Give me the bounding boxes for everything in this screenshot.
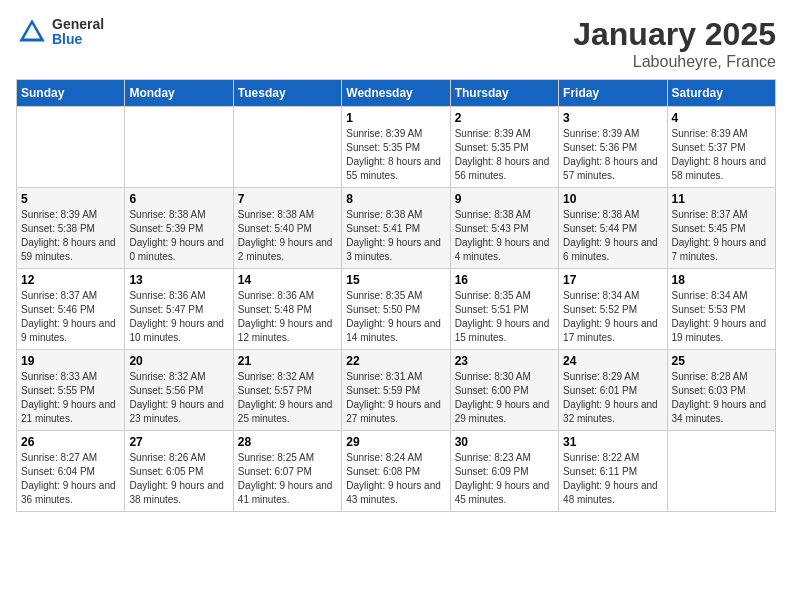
day-number: 12 <box>21 273 120 287</box>
calendar-cell: 29Sunrise: 8:24 AM Sunset: 6:08 PM Dayli… <box>342 431 450 512</box>
calendar-cell: 12Sunrise: 8:37 AM Sunset: 5:46 PM Dayli… <box>17 269 125 350</box>
calendar-cell: 7Sunrise: 8:38 AM Sunset: 5:40 PM Daylig… <box>233 188 341 269</box>
calendar-cell: 23Sunrise: 8:30 AM Sunset: 6:00 PM Dayli… <box>450 350 558 431</box>
logo: General Blue <box>16 16 104 48</box>
day-number: 22 <box>346 354 445 368</box>
weekday-header: Monday <box>125 80 233 107</box>
calendar-cell: 22Sunrise: 8:31 AM Sunset: 5:59 PM Dayli… <box>342 350 450 431</box>
day-number: 26 <box>21 435 120 449</box>
day-number: 28 <box>238 435 337 449</box>
day-info: Sunrise: 8:31 AM Sunset: 5:59 PM Dayligh… <box>346 370 445 426</box>
day-info: Sunrise: 8:34 AM Sunset: 5:53 PM Dayligh… <box>672 289 771 345</box>
calendar-cell: 16Sunrise: 8:35 AM Sunset: 5:51 PM Dayli… <box>450 269 558 350</box>
day-info: Sunrise: 8:35 AM Sunset: 5:51 PM Dayligh… <box>455 289 554 345</box>
calendar-cell: 18Sunrise: 8:34 AM Sunset: 5:53 PM Dayli… <box>667 269 775 350</box>
calendar-week-row: 1Sunrise: 8:39 AM Sunset: 5:35 PM Daylig… <box>17 107 776 188</box>
calendar-cell: 2Sunrise: 8:39 AM Sunset: 5:35 PM Daylig… <box>450 107 558 188</box>
calendar-cell: 26Sunrise: 8:27 AM Sunset: 6:04 PM Dayli… <box>17 431 125 512</box>
day-info: Sunrise: 8:37 AM Sunset: 5:46 PM Dayligh… <box>21 289 120 345</box>
day-info: Sunrise: 8:35 AM Sunset: 5:50 PM Dayligh… <box>346 289 445 345</box>
calendar-cell: 8Sunrise: 8:38 AM Sunset: 5:41 PM Daylig… <box>342 188 450 269</box>
day-info: Sunrise: 8:23 AM Sunset: 6:09 PM Dayligh… <box>455 451 554 507</box>
calendar-cell: 27Sunrise: 8:26 AM Sunset: 6:05 PM Dayli… <box>125 431 233 512</box>
day-info: Sunrise: 8:30 AM Sunset: 6:00 PM Dayligh… <box>455 370 554 426</box>
day-number: 15 <box>346 273 445 287</box>
calendar-cell: 15Sunrise: 8:35 AM Sunset: 5:50 PM Dayli… <box>342 269 450 350</box>
title-block: January 2025 Labouheyre, France <box>573 16 776 71</box>
calendar-cell <box>125 107 233 188</box>
day-info: Sunrise: 8:39 AM Sunset: 5:35 PM Dayligh… <box>455 127 554 183</box>
weekday-row: SundayMondayTuesdayWednesdayThursdayFrid… <box>17 80 776 107</box>
calendar-cell: 24Sunrise: 8:29 AM Sunset: 6:01 PM Dayli… <box>559 350 667 431</box>
calendar-cell: 4Sunrise: 8:39 AM Sunset: 5:37 PM Daylig… <box>667 107 775 188</box>
calendar-cell: 9Sunrise: 8:38 AM Sunset: 5:43 PM Daylig… <box>450 188 558 269</box>
weekday-header: Tuesday <box>233 80 341 107</box>
calendar-week-row: 26Sunrise: 8:27 AM Sunset: 6:04 PM Dayli… <box>17 431 776 512</box>
logo-text: General Blue <box>52 17 104 48</box>
calendar-cell <box>667 431 775 512</box>
calendar-cell: 30Sunrise: 8:23 AM Sunset: 6:09 PM Dayli… <box>450 431 558 512</box>
calendar-cell: 21Sunrise: 8:32 AM Sunset: 5:57 PM Dayli… <box>233 350 341 431</box>
day-info: Sunrise: 8:36 AM Sunset: 5:47 PM Dayligh… <box>129 289 228 345</box>
day-info: Sunrise: 8:38 AM Sunset: 5:40 PM Dayligh… <box>238 208 337 264</box>
day-info: Sunrise: 8:28 AM Sunset: 6:03 PM Dayligh… <box>672 370 771 426</box>
weekday-header: Wednesday <box>342 80 450 107</box>
logo-icon <box>16 16 48 48</box>
day-number: 29 <box>346 435 445 449</box>
day-number: 3 <box>563 111 662 125</box>
day-number: 30 <box>455 435 554 449</box>
day-info: Sunrise: 8:39 AM Sunset: 5:36 PM Dayligh… <box>563 127 662 183</box>
day-number: 31 <box>563 435 662 449</box>
day-number: 9 <box>455 192 554 206</box>
day-info: Sunrise: 8:22 AM Sunset: 6:11 PM Dayligh… <box>563 451 662 507</box>
calendar-cell <box>233 107 341 188</box>
weekday-header: Thursday <box>450 80 558 107</box>
day-info: Sunrise: 8:38 AM Sunset: 5:39 PM Dayligh… <box>129 208 228 264</box>
calendar-cell: 25Sunrise: 8:28 AM Sunset: 6:03 PM Dayli… <box>667 350 775 431</box>
page-header: General Blue January 2025 Labouheyre, Fr… <box>16 16 776 71</box>
day-number: 13 <box>129 273 228 287</box>
day-number: 10 <box>563 192 662 206</box>
day-info: Sunrise: 8:26 AM Sunset: 6:05 PM Dayligh… <box>129 451 228 507</box>
calendar-cell: 20Sunrise: 8:32 AM Sunset: 5:56 PM Dayli… <box>125 350 233 431</box>
day-info: Sunrise: 8:37 AM Sunset: 5:45 PM Dayligh… <box>672 208 771 264</box>
calendar-cell: 11Sunrise: 8:37 AM Sunset: 5:45 PM Dayli… <box>667 188 775 269</box>
calendar-cell: 28Sunrise: 8:25 AM Sunset: 6:07 PM Dayli… <box>233 431 341 512</box>
calendar-subtitle: Labouheyre, France <box>573 53 776 71</box>
day-number: 23 <box>455 354 554 368</box>
day-number: 19 <box>21 354 120 368</box>
calendar-cell: 19Sunrise: 8:33 AM Sunset: 5:55 PM Dayli… <box>17 350 125 431</box>
calendar-cell: 3Sunrise: 8:39 AM Sunset: 5:36 PM Daylig… <box>559 107 667 188</box>
calendar-header: SundayMondayTuesdayWednesdayThursdayFrid… <box>17 80 776 107</box>
logo-blue: Blue <box>52 32 104 47</box>
day-info: Sunrise: 8:38 AM Sunset: 5:43 PM Dayligh… <box>455 208 554 264</box>
day-number: 27 <box>129 435 228 449</box>
calendar-body: 1Sunrise: 8:39 AM Sunset: 5:35 PM Daylig… <box>17 107 776 512</box>
day-number: 5 <box>21 192 120 206</box>
weekday-header: Saturday <box>667 80 775 107</box>
day-info: Sunrise: 8:38 AM Sunset: 5:44 PM Dayligh… <box>563 208 662 264</box>
day-info: Sunrise: 8:33 AM Sunset: 5:55 PM Dayligh… <box>21 370 120 426</box>
calendar-cell: 10Sunrise: 8:38 AM Sunset: 5:44 PM Dayli… <box>559 188 667 269</box>
day-number: 8 <box>346 192 445 206</box>
day-number: 1 <box>346 111 445 125</box>
day-info: Sunrise: 8:29 AM Sunset: 6:01 PM Dayligh… <box>563 370 662 426</box>
day-number: 2 <box>455 111 554 125</box>
calendar-cell <box>17 107 125 188</box>
calendar-cell: 17Sunrise: 8:34 AM Sunset: 5:52 PM Dayli… <box>559 269 667 350</box>
day-number: 7 <box>238 192 337 206</box>
calendar-cell: 13Sunrise: 8:36 AM Sunset: 5:47 PM Dayli… <box>125 269 233 350</box>
calendar-cell: 6Sunrise: 8:38 AM Sunset: 5:39 PM Daylig… <box>125 188 233 269</box>
calendar-cell: 14Sunrise: 8:36 AM Sunset: 5:48 PM Dayli… <box>233 269 341 350</box>
day-number: 6 <box>129 192 228 206</box>
day-info: Sunrise: 8:39 AM Sunset: 5:38 PM Dayligh… <box>21 208 120 264</box>
day-number: 11 <box>672 192 771 206</box>
day-number: 24 <box>563 354 662 368</box>
day-number: 14 <box>238 273 337 287</box>
calendar-week-row: 5Sunrise: 8:39 AM Sunset: 5:38 PM Daylig… <box>17 188 776 269</box>
calendar-week-row: 12Sunrise: 8:37 AM Sunset: 5:46 PM Dayli… <box>17 269 776 350</box>
calendar-title: January 2025 <box>573 16 776 53</box>
day-number: 25 <box>672 354 771 368</box>
day-info: Sunrise: 8:27 AM Sunset: 6:04 PM Dayligh… <box>21 451 120 507</box>
day-info: Sunrise: 8:39 AM Sunset: 5:37 PM Dayligh… <box>672 127 771 183</box>
